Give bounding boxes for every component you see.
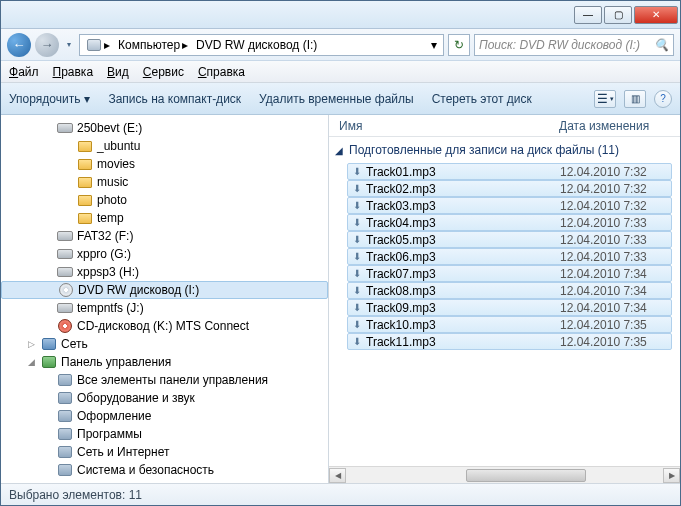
tree-item[interactable]: Все элементы панели управления [1, 371, 328, 389]
tree-item-label: xppsp3 (H:) [77, 265, 139, 279]
file-date: 12.04.2010 7:32 [560, 182, 647, 196]
tree-item[interactable]: _ubuntu [1, 137, 328, 155]
column-date[interactable]: Дата изменения [559, 119, 669, 133]
file-icon: ⬇ [348, 234, 366, 245]
burn-button[interactable]: Запись на компакт-диск [108, 92, 241, 106]
breadcrumb-computer[interactable]: Компьютер ▸ [114, 38, 192, 52]
tree-item[interactable]: music [1, 173, 328, 191]
file-row[interactable]: ⬇Track05.mp312.04.2010 7:33 [347, 231, 672, 248]
tree-item-label: Сеть и Интернет [77, 445, 169, 459]
file-row[interactable]: ⬇Track09.mp312.04.2010 7:34 [347, 299, 672, 316]
file-row[interactable]: ⬇Track10.mp312.04.2010 7:35 [347, 316, 672, 333]
close-button[interactable]: ✕ [634, 6, 678, 24]
status-text: Выбрано элементов: 11 [9, 488, 142, 502]
tree-item[interactable]: Система и безопасность [1, 461, 328, 479]
file-name: Track01.mp3 [366, 165, 560, 179]
file-row[interactable]: ⬇Track11.mp312.04.2010 7:35 [347, 333, 672, 350]
tree-item-label: music [97, 175, 128, 189]
back-button[interactable]: ← [7, 33, 31, 57]
file-icon: ⬇ [348, 200, 366, 211]
tree-item[interactable]: Оборудование и звук [1, 389, 328, 407]
file-list[interactable]: ⬇Track01.mp312.04.2010 7:32⬇Track02.mp31… [329, 163, 680, 466]
column-name[interactable]: Имя [329, 119, 559, 133]
menu-tools[interactable]: Сервис [143, 65, 184, 79]
minimize-button[interactable]: — [574, 6, 602, 24]
scroll-thumb[interactable] [466, 469, 586, 482]
breadcrumb-drive[interactable]: DVD RW дисковод (I:) [192, 38, 321, 52]
expand-icon[interactable]: ◢ [25, 357, 37, 367]
menu-view[interactable]: Вид [107, 65, 129, 79]
file-icon: ⬇ [348, 319, 366, 330]
tree-item[interactable]: FAT32 (F:) [1, 227, 328, 245]
tree-item[interactable]: movies [1, 155, 328, 173]
horizontal-scrollbar[interactable]: ◀ ▶ [329, 466, 680, 483]
delete-temp-button[interactable]: Удалить временные файлы [259, 92, 414, 106]
tree-item-label: FAT32 (F:) [77, 229, 133, 243]
file-name: Track11.mp3 [366, 335, 560, 349]
file-row[interactable]: ⬇Track04.mp312.04.2010 7:33 [347, 214, 672, 231]
maximize-button[interactable]: ▢ [604, 6, 632, 24]
tree-item-icon [57, 444, 73, 460]
group-collapse-icon: ◢ [335, 145, 343, 156]
file-row[interactable]: ⬇Track06.mp312.04.2010 7:33 [347, 248, 672, 265]
file-icon: ⬇ [348, 336, 366, 347]
file-row[interactable]: ⬇Track07.mp312.04.2010 7:34 [347, 265, 672, 282]
menu-file[interactable]: Файл [9, 65, 39, 79]
tree-item[interactable]: DVD RW дисковод (I:) [1, 281, 328, 299]
tree-item[interactable]: ▷Сеть [1, 335, 328, 353]
tree-item-icon [57, 246, 73, 262]
group-header[interactable]: ◢ Подготовленные для записи на диск файл… [329, 137, 680, 163]
tree-item[interactable]: photo [1, 191, 328, 209]
file-row[interactable]: ⬇Track08.mp312.04.2010 7:34 [347, 282, 672, 299]
file-row[interactable]: ⬇Track02.mp312.04.2010 7:32 [347, 180, 672, 197]
tree-item[interactable]: xppro (G:) [1, 245, 328, 263]
tree-item-label: _ubuntu [97, 139, 140, 153]
file-row[interactable]: ⬇Track01.mp312.04.2010 7:32 [347, 163, 672, 180]
tree-item[interactable]: Оформление [1, 407, 328, 425]
file-pane: Имя Дата изменения ◢ Подготовленные для … [329, 115, 680, 483]
file-icon: ⬇ [348, 285, 366, 296]
breadcrumb-root[interactable]: ▸ [82, 37, 114, 53]
navigation-tree[interactable]: 250bevt (E:)_ubuntumoviesmusicphototempF… [1, 115, 329, 483]
tree-item-label: xppro (G:) [77, 247, 131, 261]
menu-bar: Файл Правка Вид Сервис Справка [1, 61, 680, 83]
file-icon: ⬇ [348, 217, 366, 228]
search-input[interactable]: Поиск: DVD RW дисковод (I:) 🔍 [474, 34, 674, 56]
address-dropdown[interactable]: ▾ [427, 38, 441, 52]
tree-item[interactable]: tempntfs (J:) [1, 299, 328, 317]
preview-pane-button[interactable]: ▥ [624, 90, 646, 108]
scroll-right-button[interactable]: ▶ [663, 468, 680, 483]
organize-button[interactable]: Упорядочить ▾ [9, 92, 90, 106]
file-date: 12.04.2010 7:33 [560, 250, 647, 264]
tree-item[interactable]: CD-дисковод (K:) MTS Connect [1, 317, 328, 335]
file-date: 12.04.2010 7:34 [560, 284, 647, 298]
file-date: 12.04.2010 7:33 [560, 216, 647, 230]
menu-edit[interactable]: Правка [53, 65, 94, 79]
tree-item-label: CD-дисковод (K:) MTS Connect [77, 319, 249, 333]
menu-help[interactable]: Справка [198, 65, 245, 79]
tree-item-label: photo [97, 193, 127, 207]
computer-icon [87, 39, 101, 51]
tree-item[interactable]: xppsp3 (H:) [1, 263, 328, 281]
scroll-left-button[interactable]: ◀ [329, 468, 346, 483]
tree-item[interactable]: Сеть и Интернет [1, 443, 328, 461]
tree-item[interactable]: ◢Панель управления [1, 353, 328, 371]
tree-item-label: Все элементы панели управления [77, 373, 268, 387]
file-row[interactable]: ⬇Track03.mp312.04.2010 7:32 [347, 197, 672, 214]
erase-disc-button[interactable]: Стереть этот диск [432, 92, 532, 106]
view-mode-button[interactable]: ☰▾ [594, 90, 616, 108]
forward-button[interactable]: → [35, 33, 59, 57]
address-bar[interactable]: ▸ Компьютер ▸ DVD RW дисковод (I:) ▾ [79, 34, 444, 56]
tree-item-label: Сеть [61, 337, 88, 351]
tree-item[interactable]: Программы [1, 425, 328, 443]
refresh-button[interactable]: ↻ [448, 34, 470, 56]
file-icon: ⬇ [348, 166, 366, 177]
file-date: 12.04.2010 7:32 [560, 165, 647, 179]
expand-icon[interactable]: ▷ [25, 339, 37, 349]
nav-history-dropdown[interactable]: ▾ [63, 33, 75, 57]
file-name: Track05.mp3 [366, 233, 560, 247]
tree-item[interactable]: temp [1, 209, 328, 227]
help-button[interactable]: ? [654, 90, 672, 108]
tree-item[interactable]: 250bevt (E:) [1, 119, 328, 137]
tree-item-label: tempntfs (J:) [77, 301, 144, 315]
